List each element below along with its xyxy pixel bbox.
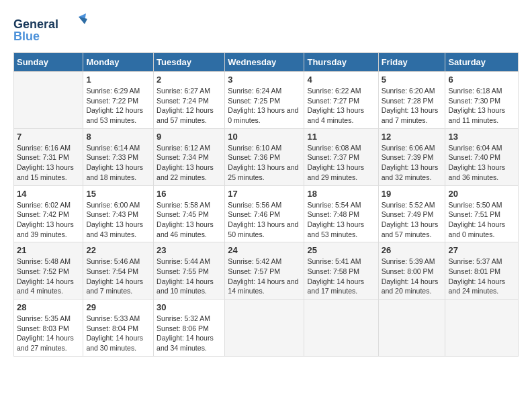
- day-number: 10: [228, 132, 301, 142]
- calendar-cell: 19 Sunrise: 5:52 AMSunset: 7:49 PMDaylig…: [378, 185, 445, 242]
- day-info: Sunrise: 6:06 AMSunset: 7:39 PMDaylight:…: [382, 143, 443, 183]
- day-number: 25: [307, 245, 375, 255]
- header-day-wednesday: Wednesday: [225, 53, 304, 72]
- week-row-5: 28 Sunrise: 5:35 AMSunset: 8:03 PMDaylig…: [14, 300, 519, 357]
- svg-text:General: General: [13, 17, 58, 31]
- day-number: 30: [157, 302, 222, 312]
- calendar-cell: 2 Sunrise: 6:27 AMSunset: 7:24 PMDayligh…: [154, 72, 225, 129]
- day-number: 21: [17, 245, 80, 255]
- day-info: Sunrise: 5:42 AMSunset: 7:57 PMDaylight:…: [228, 257, 301, 296]
- day-number: 16: [157, 189, 222, 199]
- calendar-cell: 16 Sunrise: 5:58 AMSunset: 7:45 PMDaylig…: [154, 185, 225, 242]
- header-day-friday: Friday: [378, 53, 445, 72]
- calendar-cell: 4 Sunrise: 6:22 AMSunset: 7:27 PMDayligh…: [304, 72, 378, 129]
- calendar-cell: 14 Sunrise: 6:02 AMSunset: 7:42 PMDaylig…: [14, 185, 83, 242]
- calendar-cell: 25 Sunrise: 5:41 AMSunset: 7:58 PMDaylig…: [304, 242, 378, 300]
- day-info: Sunrise: 6:14 AMSunset: 7:33 PMDaylight:…: [86, 143, 150, 183]
- day-info: Sunrise: 5:50 AMSunset: 7:51 PMDaylight:…: [448, 200, 515, 240]
- day-number: 19: [382, 189, 443, 199]
- calendar-cell: 29 Sunrise: 5:33 AMSunset: 8:04 PMDaylig…: [83, 300, 154, 357]
- day-number: 22: [86, 245, 150, 255]
- day-info: Sunrise: 6:29 AMSunset: 7:22 PMDaylight:…: [86, 86, 150, 126]
- calendar-cell: 30 Sunrise: 5:32 AMSunset: 8:06 PMDaylig…: [154, 300, 225, 357]
- day-number: 24: [228, 245, 301, 255]
- day-number: 1: [86, 75, 150, 85]
- day-number: 20: [448, 189, 515, 199]
- header-day-monday: Monday: [83, 53, 154, 72]
- calendar-cell: [225, 300, 304, 357]
- calendar-cell: 28 Sunrise: 5:35 AMSunset: 8:03 PMDaylig…: [14, 300, 83, 357]
- day-info: Sunrise: 6:10 AMSunset: 7:36 PMDaylight:…: [228, 143, 301, 183]
- calendar-cell: 12 Sunrise: 6:06 AMSunset: 7:39 PMDaylig…: [378, 128, 445, 185]
- day-info: Sunrise: 5:46 AMSunset: 7:54 PMDaylight:…: [86, 257, 150, 296]
- calendar-cell: [304, 300, 378, 357]
- calendar-cell: 26 Sunrise: 5:39 AMSunset: 8:00 PMDaylig…: [378, 242, 445, 300]
- calendar-cell: 22 Sunrise: 5:46 AMSunset: 7:54 PMDaylig…: [83, 242, 154, 300]
- day-number: 6: [448, 75, 515, 85]
- header-day-tuesday: Tuesday: [154, 53, 225, 72]
- day-number: 12: [382, 132, 443, 142]
- calendar-table: SundayMondayTuesdayWednesdayThursdayFrid…: [13, 52, 519, 357]
- day-number: 8: [86, 132, 150, 142]
- day-info: Sunrise: 6:12 AMSunset: 7:34 PMDaylight:…: [157, 143, 222, 183]
- day-info: Sunrise: 5:32 AMSunset: 8:06 PMDaylight:…: [157, 314, 222, 353]
- day-info: Sunrise: 6:08 AMSunset: 7:37 PMDaylight:…: [307, 143, 375, 183]
- calendar-cell: [378, 300, 445, 357]
- day-number: 29: [86, 302, 150, 312]
- calendar-cell: [445, 300, 519, 357]
- day-number: 11: [307, 132, 375, 142]
- calendar-cell: 11 Sunrise: 6:08 AMSunset: 7:37 PMDaylig…: [304, 128, 378, 185]
- logo-svg: General Blue: [13, 13, 87, 47]
- day-info: Sunrise: 5:39 AMSunset: 8:00 PMDaylight:…: [382, 257, 443, 296]
- day-number: 5: [382, 75, 443, 85]
- day-info: Sunrise: 6:18 AMSunset: 7:30 PMDaylight:…: [448, 86, 515, 126]
- day-info: Sunrise: 5:56 AMSunset: 7:46 PMDaylight:…: [228, 200, 301, 240]
- calendar-cell: [14, 72, 83, 129]
- day-info: Sunrise: 5:37 AMSunset: 8:01 PMDaylight:…: [448, 257, 515, 296]
- day-number: 9: [157, 132, 222, 142]
- calendar-cell: 9 Sunrise: 6:12 AMSunset: 7:34 PMDayligh…: [154, 128, 225, 185]
- calendar-cell: 27 Sunrise: 5:37 AMSunset: 8:01 PMDaylig…: [445, 242, 519, 300]
- day-number: 3: [228, 75, 301, 85]
- day-info: Sunrise: 6:22 AMSunset: 7:27 PMDaylight:…: [307, 86, 375, 126]
- calendar-cell: 3 Sunrise: 6:24 AMSunset: 7:25 PMDayligh…: [225, 72, 304, 129]
- day-number: 7: [17, 132, 80, 142]
- calendar-cell: 23 Sunrise: 5:44 AMSunset: 7:55 PMDaylig…: [154, 242, 225, 300]
- day-number: 17: [228, 189, 301, 199]
- calendar-cell: 15 Sunrise: 6:00 AMSunset: 7:43 PMDaylig…: [83, 185, 154, 242]
- calendar-cell: 21 Sunrise: 5:48 AMSunset: 7:52 PMDaylig…: [14, 242, 83, 300]
- header-day-sunday: Sunday: [14, 53, 83, 72]
- day-number: 27: [448, 245, 515, 255]
- day-info: Sunrise: 6:20 AMSunset: 7:28 PMDaylight:…: [382, 86, 443, 126]
- day-number: 14: [17, 189, 80, 199]
- calendar-cell: 17 Sunrise: 5:56 AMSunset: 7:46 PMDaylig…: [225, 185, 304, 242]
- day-number: 23: [157, 245, 222, 255]
- logo: General Blue: [13, 13, 87, 47]
- header-day-thursday: Thursday: [304, 53, 378, 72]
- calendar-cell: 7 Sunrise: 6:16 AMSunset: 7:31 PMDayligh…: [14, 128, 83, 185]
- week-row-1: 1 Sunrise: 6:29 AMSunset: 7:22 PMDayligh…: [14, 72, 519, 129]
- week-row-3: 14 Sunrise: 6:02 AMSunset: 7:42 PMDaylig…: [14, 185, 519, 242]
- calendar-cell: 1 Sunrise: 6:29 AMSunset: 7:22 PMDayligh…: [83, 72, 154, 129]
- day-info: Sunrise: 5:54 AMSunset: 7:48 PMDaylight:…: [307, 200, 375, 240]
- day-info: Sunrise: 5:44 AMSunset: 7:55 PMDaylight:…: [157, 257, 222, 296]
- day-info: Sunrise: 6:24 AMSunset: 7:25 PMDaylight:…: [228, 86, 301, 126]
- svg-marker-3: [79, 17, 87, 24]
- day-info: Sunrise: 5:48 AMSunset: 7:52 PMDaylight:…: [17, 257, 80, 296]
- day-number: 4: [307, 75, 375, 85]
- calendar-cell: 20 Sunrise: 5:50 AMSunset: 7:51 PMDaylig…: [445, 185, 519, 242]
- calendar-header-row: SundayMondayTuesdayWednesdayThursdayFrid…: [14, 53, 519, 72]
- day-info: Sunrise: 5:41 AMSunset: 7:58 PMDaylight:…: [307, 257, 375, 296]
- day-info: Sunrise: 6:00 AMSunset: 7:43 PMDaylight:…: [86, 200, 150, 240]
- day-number: 15: [86, 189, 150, 199]
- svg-text:Blue: Blue: [13, 30, 40, 43]
- day-number: 26: [382, 245, 443, 255]
- day-number: 13: [448, 132, 515, 142]
- day-number: 2: [157, 75, 222, 85]
- day-info: Sunrise: 6:27 AMSunset: 7:24 PMDaylight:…: [157, 86, 222, 126]
- calendar-cell: 6 Sunrise: 6:18 AMSunset: 7:30 PMDayligh…: [445, 72, 519, 129]
- calendar-cell: 24 Sunrise: 5:42 AMSunset: 7:57 PMDaylig…: [225, 242, 304, 300]
- day-info: Sunrise: 5:52 AMSunset: 7:49 PMDaylight:…: [382, 200, 443, 240]
- week-row-4: 21 Sunrise: 5:48 AMSunset: 7:52 PMDaylig…: [14, 242, 519, 300]
- calendar-cell: 10 Sunrise: 6:10 AMSunset: 7:36 PMDaylig…: [225, 128, 304, 185]
